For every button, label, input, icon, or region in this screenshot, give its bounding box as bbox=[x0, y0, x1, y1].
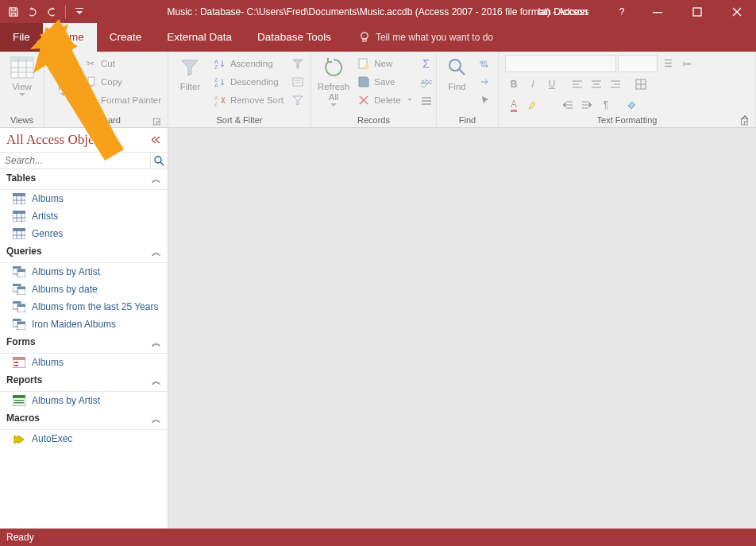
tell-me[interactable]: Tell me what you want to do bbox=[358, 23, 493, 52]
bullets-icon[interactable]: ☰ bbox=[659, 55, 677, 72]
cut-button[interactable]: ✂Cut bbox=[84, 55, 161, 72]
nav-item[interactable]: Albums by Artist bbox=[0, 263, 168, 281]
text-direction-button[interactable]: ¶ bbox=[597, 96, 615, 114]
ascending-button[interactable]: AZAscending bbox=[214, 55, 284, 72]
find-button[interactable]: Find bbox=[443, 55, 471, 91]
svg-line-35 bbox=[160, 162, 164, 165]
numbering-icon[interactable]: ≔ bbox=[678, 55, 696, 72]
fill-color-button[interactable] bbox=[623, 96, 640, 114]
align-left-button[interactable] bbox=[569, 76, 586, 93]
tab-home[interactable]: Home bbox=[43, 23, 97, 52]
status-bar: Ready bbox=[0, 529, 756, 546]
svg-rect-56 bbox=[13, 284, 21, 286]
font-color-button[interactable]: A bbox=[505, 96, 523, 114]
paste-button[interactable]: Pa bbox=[51, 55, 76, 97]
totals-button[interactable]: Σ bbox=[420, 55, 433, 72]
nav-item[interactable]: Albums by Artist bbox=[0, 392, 168, 409]
svg-rect-23 bbox=[293, 78, 303, 86]
nav-item[interactable]: Albums bbox=[0, 354, 168, 371]
funnel-small-icon bbox=[291, 57, 304, 70]
maximize-button[interactable] bbox=[681, 0, 713, 23]
svg-text:A: A bbox=[214, 95, 218, 101]
undo-icon[interactable] bbox=[24, 3, 41, 21]
svg-rect-29 bbox=[422, 103, 431, 105]
qat-separator bbox=[65, 6, 66, 18]
save-icon[interactable] bbox=[5, 3, 22, 21]
nav-category-reports[interactable]: Reports︽ bbox=[0, 371, 168, 392]
nav-pane-header[interactable]: All Access Objects bbox=[0, 128, 168, 152]
nav-item[interactable]: Artists bbox=[0, 207, 168, 225]
tab-create[interactable]: Create bbox=[97, 23, 155, 52]
descending-button[interactable]: ZADescending bbox=[214, 73, 284, 91]
delete-record-button[interactable]: Delete bbox=[357, 91, 411, 109]
chevron-up-icon: ︽ bbox=[152, 246, 161, 259]
advanced-filter-button[interactable] bbox=[291, 73, 304, 91]
toggle-filter-button[interactable] bbox=[291, 91, 304, 109]
group-label-find: Find bbox=[443, 115, 492, 127]
save-record-button[interactable]: Save bbox=[357, 73, 411, 91]
new-record-button[interactable]: New bbox=[357, 55, 411, 72]
nav-category-queries[interactable]: Queries︽ bbox=[0, 242, 168, 263]
more-icon bbox=[420, 94, 433, 106]
decrease-indent-button[interactable] bbox=[559, 96, 577, 114]
svg-rect-0 bbox=[653, 12, 662, 13]
collapse-ribbon-icon[interactable] bbox=[740, 113, 750, 122]
ribbon: View Views Pa ✂Cut Copy Format Painter i… bbox=[0, 52, 756, 128]
nav-item[interactable]: AutoExec bbox=[0, 430, 168, 447]
nav-category-forms[interactable]: Forms︽ bbox=[0, 333, 168, 354]
select-button[interactable] bbox=[479, 91, 492, 109]
remove-sort-button[interactable]: AZRemove Sort bbox=[214, 91, 284, 109]
help-icon[interactable]: ? bbox=[610, 6, 634, 17]
tab-file[interactable]: File bbox=[0, 23, 43, 52]
format-painter-button[interactable]: Format Painter bbox=[84, 91, 161, 109]
shutter-icon[interactable] bbox=[152, 135, 161, 145]
dialog-launcher-icon[interactable]: ◲ bbox=[152, 116, 161, 126]
filter-button[interactable]: Filter bbox=[175, 55, 206, 91]
nav-item[interactable]: Albums from the last 25 Years bbox=[0, 298, 168, 316]
svg-point-34 bbox=[155, 157, 161, 163]
align-right-button[interactable] bbox=[607, 76, 624, 93]
font-size-combo[interactable] bbox=[618, 55, 658, 72]
align-center-button[interactable] bbox=[588, 76, 605, 93]
nav-item-label: Albums bbox=[32, 193, 64, 204]
gridlines-button[interactable] bbox=[632, 76, 650, 93]
user-name[interactable]: Ian Dickson bbox=[538, 6, 588, 17]
search-button[interactable] bbox=[150, 153, 168, 168]
replace-button[interactable]: ab bbox=[479, 55, 492, 72]
search-input[interactable] bbox=[0, 153, 150, 168]
goto-button[interactable] bbox=[479, 73, 492, 91]
font-family-combo[interactable] bbox=[505, 55, 616, 72]
close-button[interactable] bbox=[721, 0, 753, 23]
nav-item[interactable]: Iron Maiden Albums bbox=[0, 316, 168, 333]
spelling-button[interactable]: abc bbox=[420, 73, 433, 91]
nav-item[interactable]: Albums bbox=[0, 190, 168, 207]
qat-customize-icon[interactable] bbox=[71, 3, 88, 21]
nav-category-macros[interactable]: Macros︽ bbox=[0, 409, 168, 430]
copy-button[interactable]: Copy bbox=[84, 73, 161, 91]
bold-button[interactable]: B bbox=[505, 76, 523, 93]
refresh-all-button[interactable]: Refresh All bbox=[318, 55, 349, 107]
italic-button[interactable]: I bbox=[524, 76, 542, 93]
nav-item[interactable]: Albums by date bbox=[0, 281, 168, 298]
nav-search bbox=[0, 152, 168, 169]
nav-category-tables[interactable]: Tables︽ bbox=[0, 169, 168, 190]
chevron-down-icon bbox=[330, 103, 337, 107]
tab-external-data[interactable]: External Data bbox=[154, 23, 245, 52]
sort-asc-icon: AZ bbox=[214, 57, 226, 70]
view-button[interactable]: View bbox=[6, 55, 37, 97]
navigation-pane: All Access Objects Tables︽AlbumsArtistsG… bbox=[0, 128, 168, 529]
underline-button[interactable]: U bbox=[543, 76, 561, 93]
more-records-button[interactable] bbox=[420, 91, 433, 109]
redo-icon[interactable] bbox=[43, 3, 60, 21]
group-label-views: Views bbox=[6, 115, 37, 127]
increase-indent-button[interactable] bbox=[578, 96, 596, 114]
nav-item[interactable]: Genres bbox=[0, 225, 168, 242]
minimize-button[interactable] bbox=[642, 0, 673, 23]
find-label: Find bbox=[448, 82, 465, 91]
paste-label: Pa bbox=[58, 82, 69, 91]
tab-database-tools[interactable]: Database Tools bbox=[245, 23, 344, 52]
selection-filter-button[interactable] bbox=[291, 55, 304, 72]
highlight-button[interactable] bbox=[524, 96, 542, 114]
svg-rect-69 bbox=[14, 362, 18, 363]
ribbon-tabs: File Home Create External Data Database … bbox=[0, 23, 756, 52]
